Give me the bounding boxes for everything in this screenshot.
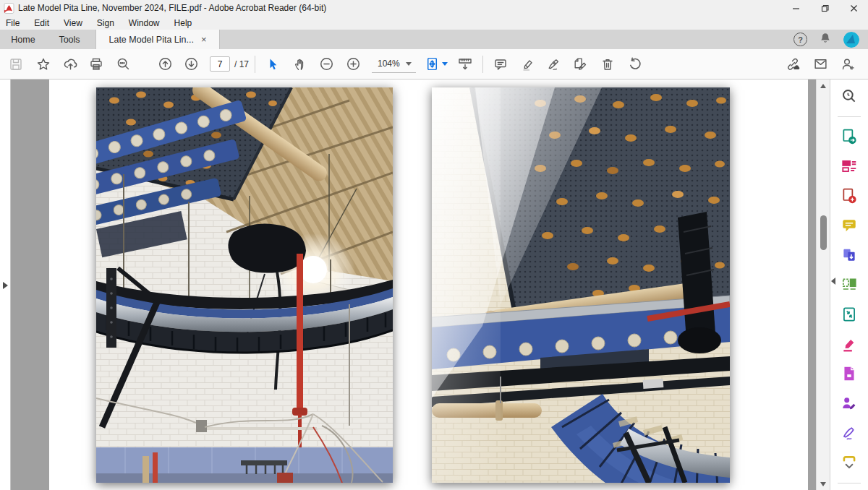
scroll-down-button[interactable] bbox=[817, 478, 830, 489]
document-canvas bbox=[11, 79, 816, 490]
scrollbar-thumb[interactable] bbox=[820, 215, 827, 250]
print-button[interactable] bbox=[85, 53, 108, 76]
favorites-button[interactable] bbox=[32, 53, 55, 76]
menu-file[interactable]: File bbox=[4, 18, 27, 28]
comment-tool-icon bbox=[841, 217, 858, 234]
zoom-in-button[interactable] bbox=[341, 53, 365, 76]
highlighter-icon bbox=[521, 57, 535, 72]
document-tab-label: Late Model Pita Lin... bbox=[109, 35, 193, 45]
fit-one-page-button[interactable] bbox=[425, 56, 448, 72]
share-with-people-button[interactable] bbox=[836, 53, 859, 76]
share-link-button[interactable] bbox=[781, 53, 804, 76]
more-tools-button[interactable] bbox=[838, 452, 860, 473]
notifications-button[interactable] bbox=[819, 32, 832, 48]
zoom-level-dropdown[interactable]: 104% bbox=[372, 56, 416, 73]
organize-pages-icon bbox=[841, 276, 858, 293]
select-tool-button[interactable] bbox=[261, 53, 284, 76]
close-icon bbox=[850, 4, 858, 12]
find-text-icon bbox=[841, 87, 858, 105]
create-pdf-icon bbox=[841, 187, 858, 205]
rotate-pages-button[interactable] bbox=[624, 53, 647, 76]
next-page-button[interactable] bbox=[179, 53, 203, 76]
page-down-icon bbox=[184, 56, 199, 72]
star-icon bbox=[36, 57, 51, 72]
request-signatures-button[interactable] bbox=[838, 392, 860, 414]
sign-button[interactable] bbox=[542, 53, 566, 76]
page-number-input[interactable] bbox=[210, 56, 230, 72]
fit-width-ruler-icon bbox=[457, 56, 473, 72]
share-cloud-button[interactable] bbox=[59, 53, 82, 76]
save-button[interactable] bbox=[4, 53, 27, 76]
tab-close-icon[interactable]: × bbox=[201, 35, 207, 44]
toolbar-separator bbox=[255, 56, 255, 73]
acrobat-app-icon bbox=[4, 3, 14, 14]
vertical-scrollbar[interactable] bbox=[816, 79, 830, 490]
hand-tool-button[interactable] bbox=[289, 53, 312, 76]
zoom-out-button[interactable] bbox=[315, 53, 338, 76]
comment-button[interactable] bbox=[489, 53, 512, 76]
fill-and-sign-button[interactable] bbox=[838, 422, 860, 444]
help-button[interactable]: ? bbox=[793, 33, 807, 46]
find-text-button[interactable] bbox=[838, 85, 860, 107]
highlight-button[interactable] bbox=[516, 53, 540, 76]
right-tools-rail bbox=[830, 79, 868, 490]
avatar[interactable] bbox=[843, 32, 859, 48]
content-area bbox=[0, 79, 868, 490]
trash-icon bbox=[600, 57, 615, 72]
person-add-icon bbox=[840, 56, 856, 72]
export-pdf-button[interactable] bbox=[838, 126, 860, 147]
expand-left-panel-icon[interactable] bbox=[3, 282, 8, 289]
chevron-down-icon bbox=[442, 62, 448, 66]
menu-help[interactable]: Help bbox=[167, 18, 200, 28]
combine-files-icon bbox=[841, 246, 858, 264]
page-up-icon bbox=[158, 56, 173, 72]
toolbar: / 17 104% bbox=[0, 49, 868, 79]
redact-button[interactable] bbox=[838, 333, 860, 355]
window-title: Late Model Pita Line, November 2024, FIL… bbox=[18, 3, 326, 13]
edit-pdf-icon bbox=[841, 158, 858, 175]
menubar: File Edit View Sign Window Help bbox=[0, 16, 868, 30]
create-pdf-button[interactable] bbox=[838, 185, 860, 207]
send-email-button[interactable] bbox=[809, 53, 832, 76]
window-controls bbox=[781, 0, 868, 16]
request-signatures-icon bbox=[841, 395, 858, 412]
help-icon: ? bbox=[798, 35, 803, 44]
compress-pdf-button[interactable] bbox=[838, 304, 860, 325]
menu-edit[interactable]: Edit bbox=[27, 18, 56, 28]
protect-button[interactable] bbox=[838, 363, 860, 384]
fill-and-sign-icon bbox=[841, 424, 858, 442]
search-icon bbox=[116, 56, 131, 72]
close-button[interactable] bbox=[839, 0, 868, 16]
stamp-edit-button[interactable] bbox=[569, 53, 592, 76]
tabbar: Home Tools Late Model Pita Lin... × ? bbox=[0, 30, 868, 49]
previous-page-button[interactable] bbox=[153, 53, 176, 76]
menu-sign[interactable]: Sign bbox=[90, 18, 122, 28]
cloud-upload-icon bbox=[63, 56, 78, 72]
fit-width-button[interactable] bbox=[454, 53, 477, 76]
hand-icon bbox=[293, 57, 307, 72]
tab-tools[interactable]: Tools bbox=[46, 30, 93, 49]
fit-page-icon bbox=[425, 56, 440, 72]
minimize-button[interactable] bbox=[781, 0, 810, 16]
rotate-icon bbox=[627, 56, 642, 72]
more-tools-icon bbox=[841, 454, 858, 471]
zoom-level-value: 104% bbox=[378, 59, 400, 69]
bell-icon bbox=[819, 32, 832, 45]
tab-document[interactable]: Late Model Pita Lin... × bbox=[95, 30, 220, 49]
combine-files-button[interactable] bbox=[838, 244, 860, 266]
menu-window[interactable]: Window bbox=[122, 18, 167, 28]
titlebar: Late Model Pita Line, November 2024, FIL… bbox=[0, 0, 868, 16]
delete-pages-button[interactable] bbox=[596, 53, 619, 76]
organize-pages-button[interactable] bbox=[838, 274, 860, 296]
edit-pdf-button[interactable] bbox=[838, 155, 860, 177]
tab-home[interactable]: Home bbox=[0, 30, 46, 49]
menu-view[interactable]: View bbox=[56, 18, 90, 28]
find-button[interactable] bbox=[111, 53, 135, 76]
print-icon bbox=[89, 57, 103, 72]
restore-button[interactable] bbox=[810, 0, 839, 16]
protect-icon bbox=[841, 365, 858, 382]
comment-tool-button[interactable] bbox=[838, 215, 860, 236]
scroll-down-icon bbox=[820, 482, 826, 486]
scroll-up-button[interactable] bbox=[817, 80, 830, 91]
collapse-right-panel-icon[interactable] bbox=[831, 278, 835, 285]
